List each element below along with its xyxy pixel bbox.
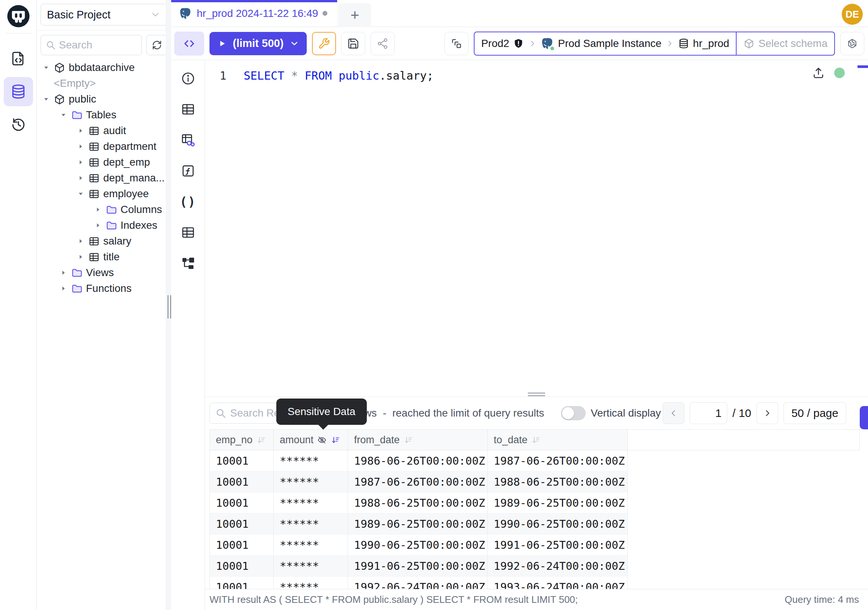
cell-to-date[interactable]: 1991-06-25T00:00:00Z [487,534,627,556]
functions-panel-button[interactable] [180,163,196,179]
cell-from-date[interactable]: 1990-06-25T00:00:00Z [348,534,487,556]
table-row[interactable]: 10001******1988-06-25T00:00:00Z1989-06-2… [209,492,860,514]
table-row[interactable]: 10001******1992-06-24T00:00:00Z1993-06-2… [209,577,860,589]
sql-editor[interactable]: 1 SELECT * FROM public.salary; [205,60,868,397]
tree-item-public[interactable]: public [37,91,171,107]
cell-emp-no[interactable]: 10001 [209,492,273,514]
tree-item-indexes[interactable]: Indexes [37,217,171,233]
external-tables-button[interactable] [180,225,196,241]
sidebar-search-box[interactable] [40,35,142,55]
code-panel-button[interactable] [174,31,204,56]
tree-item-department[interactable]: department [37,139,171,154]
caret-right-icon[interactable] [77,142,85,151]
rail-database-button[interactable] [4,77,33,106]
caret-right-icon[interactable] [59,269,68,277]
tree-item-salary[interactable]: salary [37,233,171,249]
export-button[interactable] [860,406,868,429]
caret-down-icon[interactable] [42,95,50,103]
table-row[interactable]: 10001******1987-06-26T00:00:00Z1988-06-2… [209,471,860,492]
column-header-from-date[interactable]: from_date [348,429,487,450]
caret-right-icon[interactable] [77,174,85,182]
caret-right-icon[interactable] [59,284,68,293]
cell-amount[interactable]: ****** [273,471,348,492]
schema-diagram-button[interactable] [180,255,196,271]
cell-from-date[interactable]: 1989-06-25T00:00:00Z [348,514,487,534]
table-row[interactable]: 10001******1989-06-25T00:00:00Z1990-06-2… [209,514,860,534]
cell-amount[interactable]: ****** [273,450,348,471]
caret-right-icon[interactable] [94,221,102,230]
cell-emp-no[interactable]: 10001 [209,514,273,534]
project-selector[interactable]: Basic Project [40,4,167,26]
batch-query-button[interactable] [445,32,468,55]
cell-amount[interactable]: ****** [273,492,348,514]
table-row[interactable]: 10001******1990-06-25T00:00:00Z1991-06-2… [209,534,860,556]
table-relations-button[interactable] [180,132,196,148]
rail-history-button[interactable] [4,110,33,139]
cell-to-date[interactable]: 1992-06-24T00:00:00Z [487,556,627,577]
format-sql-button[interactable] [312,32,336,55]
tree-item-views[interactable]: Views [37,265,171,281]
cell-amount[interactable]: ****** [273,577,348,589]
refresh-schema-button[interactable] [146,35,167,55]
cell-to-date[interactable]: 1987-06-26T00:00:00Z [487,450,627,471]
tree-item-functions[interactable]: Functions [37,281,171,296]
save-sheet-button[interactable] [341,32,365,55]
bytebase-logo-icon[interactable] [6,4,31,28]
cell-emp-no[interactable]: 10001 [209,556,273,577]
cell-amount[interactable]: ****** [273,556,348,577]
results-resize-handle[interactable] [528,393,545,396]
column-header-amount[interactable]: amount [273,429,348,450]
user-avatar[interactable]: DE [842,4,863,25]
cell-to-date[interactable]: 1989-06-25T00:00:00Z [487,492,627,514]
prev-page-button[interactable] [663,402,684,424]
cell-emp-no[interactable]: 10001 [209,471,273,492]
caret-right-icon[interactable] [77,127,85,135]
tree-item-audit[interactable]: audit [37,123,171,139]
table-row[interactable]: 10001******1991-06-25T00:00:00Z1992-06-2… [209,556,860,577]
cell-amount[interactable]: ****** [273,534,348,556]
tab-hr-prod[interactable]: hr_prod 2024-11-22 16:49 [171,0,338,27]
procedures-panel-button[interactable]: () [180,194,196,210]
tree-item-columns[interactable]: Columns [37,202,171,217]
cell-to-date[interactable]: 1988-06-25T00:00:00Z [487,471,627,492]
new-tab-button[interactable]: + [338,3,371,27]
cell-from-date[interactable]: 1991-06-25T00:00:00Z [348,556,487,577]
caret-right-icon[interactable] [94,205,102,214]
column-header-emp-no[interactable]: emp_no [209,429,273,450]
caret-down-icon[interactable] [77,190,85,198]
run-options-chevron-icon[interactable] [290,39,299,48]
caret-down-icon[interactable] [59,111,68,119]
tree-item-bbdataarchive[interactable]: bbdataarchive [37,60,171,76]
sort-icon[interactable] [531,435,541,445]
breadcrumb-connection-segment[interactable]: Prod2 Prod Sample Instance hr_prod [474,32,736,55]
sidebar-splitter[interactable] [166,0,171,610]
cell-to-date[interactable]: 1990-06-25T00:00:00Z [487,514,627,534]
caret-right-icon[interactable] [77,158,85,166]
tree-item-tables[interactable]: Tables [37,107,171,123]
page-size-select[interactable]: 50 / page [784,402,846,424]
cell-to-date[interactable]: 1993-06-24T00:00:00Z [487,577,627,589]
cell-from-date[interactable]: 1988-06-25T00:00:00Z [348,492,487,514]
sort-icon[interactable] [330,435,341,445]
share-sheet-button[interactable] [370,32,395,55]
info-panel-button[interactable] [180,71,196,86]
cell-from-date[interactable]: 1987-06-26T00:00:00Z [348,471,487,492]
rail-worksheet-button[interactable] [4,44,33,73]
cell-amount[interactable]: ****** [273,514,348,534]
editor-scroll-indicator[interactable] [857,65,868,68]
sort-icon[interactable] [256,435,266,445]
caret-right-icon[interactable] [77,253,85,261]
cell-emp-no[interactable]: 10001 [209,450,273,471]
tree-item-dept-mana[interactable]: dept_mana... [37,170,171,186]
sidebar-search-input[interactable] [59,39,137,51]
caret-down-icon[interactable] [42,64,50,72]
ai-assistant-button[interactable] [840,32,864,55]
column-header-to-date[interactable]: to_date [487,429,627,450]
table-row[interactable]: 10001******1986-06-26T00:00:00Z1987-06-2… [209,450,860,471]
tables-panel-button[interactable] [180,101,196,117]
sort-icon[interactable] [403,435,413,445]
tree-item-employee[interactable]: employee [37,186,171,202]
next-page-button[interactable] [756,402,778,424]
tree-item-title[interactable]: title [37,249,171,265]
caret-right-icon[interactable] [77,237,85,245]
